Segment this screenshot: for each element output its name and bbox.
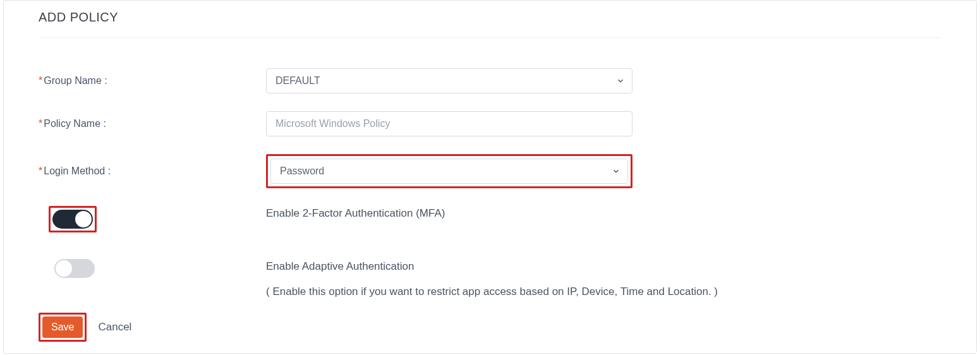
adaptive-label: Enable Adaptive Authentication — [266, 260, 941, 273]
label-group-name: * Group Name : — [39, 75, 266, 87]
row-policy-name: * Policy Name : — [39, 111, 941, 136]
required-asterisk: * — [39, 165, 42, 177]
required-asterisk: * — [39, 75, 42, 87]
row-group-name: * Group Name : — [39, 68, 941, 93]
highlight-login-method — [266, 154, 632, 188]
add-policy-panel: ADD POLICY * Group Name : * Policy Name … — [3, 0, 977, 354]
adaptive-hint: ( Enable this option if you want to rest… — [266, 286, 941, 298]
page-title: ADD POLICY — [39, 10, 941, 38]
label-policy-name: * Policy Name : — [39, 118, 266, 129]
label-login-method: * Login Method : — [39, 165, 266, 177]
login-method-select-wrap — [270, 159, 628, 184]
row-adaptive: Enable Adaptive Authentication ( Enable … — [39, 259, 941, 298]
group-name-select-wrap — [266, 68, 632, 93]
highlight-mfa-toggle — [49, 206, 97, 232]
policy-name-input[interactable] — [266, 111, 632, 136]
form-actions: Save Cancel — [39, 313, 131, 342]
row-mfa: Enable 2-Factor Authentication (MFA) — [39, 206, 941, 232]
label-text-group-name: Group Name : — [44, 75, 107, 87]
adaptive-toggle[interactable] — [54, 259, 95, 278]
label-text-policy-name: Policy Name : — [44, 118, 106, 129]
label-text-login-method: Login Method : — [44, 165, 111, 177]
login-method-select[interactable] — [270, 159, 628, 184]
policy-name-input-wrap — [266, 111, 632, 136]
highlight-save-button: Save — [39, 313, 87, 342]
mfa-toggle[interactable] — [52, 210, 93, 229]
save-button[interactable]: Save — [42, 316, 83, 338]
group-name-select[interactable] — [266, 68, 632, 93]
mfa-label: Enable 2-Factor Authentication (MFA) — [266, 207, 941, 220]
row-login-method: * Login Method : — [39, 154, 941, 188]
toggle-knob — [56, 260, 72, 277]
toggle-knob — [75, 211, 92, 227]
required-asterisk: * — [39, 118, 42, 129]
cancel-button[interactable]: Cancel — [98, 321, 131, 334]
